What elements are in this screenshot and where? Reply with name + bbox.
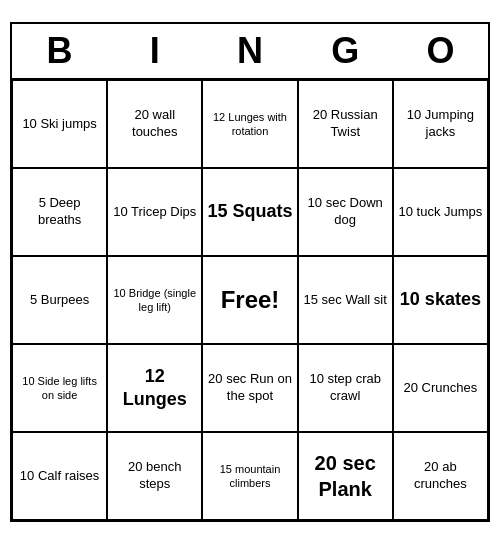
bingo-cell-5: 5 Deep breaths (12, 168, 107, 256)
bingo-cell-18: 10 step crab crawl (298, 344, 393, 432)
bingo-cell-17: 20 sec Run on the spot (202, 344, 297, 432)
bingo-cell-16: 12 Lunges (107, 344, 202, 432)
header-letter-b: B (12, 24, 107, 78)
bingo-cell-22: 15 mountain climbers (202, 432, 297, 520)
bingo-header: BINGO (12, 24, 488, 80)
bingo-cell-6: 10 Tricep Dips (107, 168, 202, 256)
bingo-cell-19: 20 Crunches (393, 344, 488, 432)
bingo-cell-4: 10 Jumping jacks (393, 80, 488, 168)
bingo-card: BINGO 10 Ski jumps20 wall touches12 Lung… (10, 22, 490, 522)
bingo-grid: 10 Ski jumps20 wall touches12 Lunges wit… (12, 80, 488, 520)
bingo-cell-24: 20 ab crunches (393, 432, 488, 520)
header-letter-g: G (298, 24, 393, 78)
bingo-cell-0: 10 Ski jumps (12, 80, 107, 168)
bingo-cell-10: 5 Burpees (12, 256, 107, 344)
bingo-cell-1: 20 wall touches (107, 80, 202, 168)
bingo-cell-12: Free! (202, 256, 297, 344)
bingo-cell-15: 10 Side leg lifts on side (12, 344, 107, 432)
bingo-cell-21: 20 bench steps (107, 432, 202, 520)
bingo-cell-13: 15 sec Wall sit (298, 256, 393, 344)
bingo-cell-2: 12 Lunges with rotation (202, 80, 297, 168)
header-letter-i: I (107, 24, 202, 78)
bingo-cell-7: 15 Squats (202, 168, 297, 256)
bingo-cell-14: 10 skates (393, 256, 488, 344)
bingo-cell-23: 20 sec Plank (298, 432, 393, 520)
bingo-cell-9: 10 tuck Jumps (393, 168, 488, 256)
header-letter-o: O (393, 24, 488, 78)
header-letter-n: N (202, 24, 297, 78)
bingo-cell-20: 10 Calf raises (12, 432, 107, 520)
bingo-cell-8: 10 sec Down dog (298, 168, 393, 256)
bingo-cell-11: 10 Bridge (single leg lift) (107, 256, 202, 344)
bingo-cell-3: 20 Russian Twist (298, 80, 393, 168)
